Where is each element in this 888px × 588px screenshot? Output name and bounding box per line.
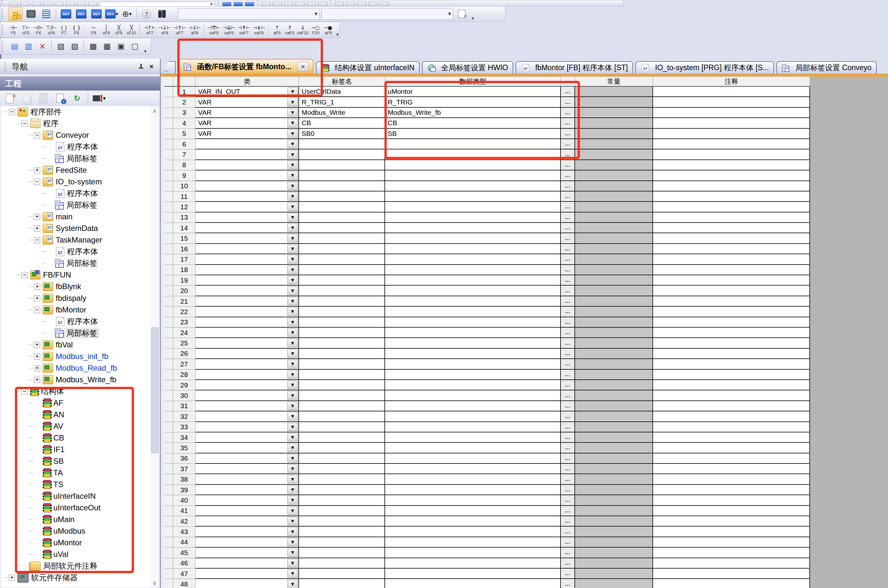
data-type-browse-button[interactable]: ... (561, 181, 575, 192)
collapse-icon[interactable]: − (34, 132, 40, 138)
tree-item-body[interactable]: fbVal (42, 340, 75, 350)
label-name-cell[interactable] (299, 485, 385, 495)
tree-item[interactable]: 局部标签 (1, 327, 159, 339)
expand-icon[interactable]: + (34, 377, 40, 383)
class-cell[interactable]: ▼ (195, 328, 299, 338)
comment-cell[interactable] (653, 453, 810, 464)
tree-item[interactable]: +SystemData (1, 222, 159, 234)
expand-icon[interactable]: + (34, 284, 40, 290)
expand-icon[interactable]: + (34, 342, 40, 348)
ladder-symbol-F6[interactable]: ⊣/⊢F6 (33, 23, 44, 36)
label-name-cell[interactable] (299, 411, 385, 422)
data-type-cell[interactable] (385, 516, 561, 526)
data-type-browse-button[interactable]: ... (561, 526, 575, 537)
toolbar-icon[interactable] (20, 2, 29, 6)
paste-row-icon[interactable]: ▦ (101, 40, 113, 53)
data-type-cell[interactable] (385, 223, 561, 233)
label-name-cell[interactable] (299, 139, 385, 149)
toolbar-icon[interactable] (296, 2, 305, 6)
label-name-cell[interactable] (299, 192, 385, 202)
label-name-cell[interactable] (299, 202, 385, 212)
data-type-browse-button[interactable]: ... (561, 265, 575, 275)
class-cell[interactable]: ▼ (195, 171, 299, 181)
ladder-symbol-F7[interactable]: ( )F7 (58, 23, 69, 36)
data-type-cell[interactable] (385, 181, 561, 192)
class-cell[interactable]: ▼ (195, 149, 299, 160)
ladder-symbol-sF7[interactable]: ⊣↑⊢sF7 (143, 23, 156, 36)
insert-row-icon[interactable]: ▧ (55, 40, 67, 53)
append-row-icon[interactable]: ▨ (69, 40, 81, 53)
toolbar-icon[interactable] (357, 2, 366, 6)
label-name-cell[interactable] (299, 432, 385, 443)
class-dropdown-icon[interactable]: ▼ (287, 108, 298, 117)
class-cell[interactable]: ▼ (195, 432, 299, 443)
tree-item[interactable]: 程序本体 (1, 141, 159, 153)
device-find-icon[interactable]: DEV (59, 8, 73, 20)
tree-item[interactable]: +软元件存储器 (1, 572, 159, 584)
tree-item-body[interactable]: main (42, 212, 74, 222)
tree-item-body[interactable]: 程序 (29, 118, 60, 129)
label-name-cell[interactable] (299, 349, 385, 359)
toolbar-icon[interactable] (77, 2, 86, 6)
tree-item-body[interactable]: 软元件存储器 (17, 572, 80, 583)
toolbar-icon[interactable] (54, 2, 63, 6)
tree-item[interactable]: −TaskManager (1, 234, 159, 246)
project-tree-toggle-icon[interactable] (8, 7, 23, 21)
class-cell[interactable]: ▼ (195, 233, 299, 243)
ladder-symbol-sF6[interactable]: ⊤/⊢sF6 (46, 23, 57, 36)
document-tab[interactable]: 全局标签设置 HWIO (422, 61, 513, 74)
class-cell[interactable]: VAR▼ (195, 129, 299, 139)
cross-reference-icon[interactable]: ⊕▼ (120, 8, 134, 20)
class-cell[interactable]: ▼ (195, 422, 299, 432)
toolbar-icon[interactable] (369, 2, 378, 6)
data-type-browse-button[interactable]: ... (561, 160, 575, 171)
ladder-symbol-saF8[interactable]: ⊣↡⊢saF8 (252, 23, 265, 36)
toolbar-icon[interactable] (346, 2, 355, 6)
ladder-symbol-F5[interactable]: ⊣⊢F5 (8, 23, 19, 36)
document-tab-hidden[interactable]: ... (161, 61, 176, 74)
data-type-cell[interactable] (385, 506, 561, 516)
label-name-cell[interactable] (299, 254, 385, 265)
tree-item[interactable]: 程序本体 (1, 188, 159, 199)
ladder-symbol-caF10[interactable]: ⇓caF10 (297, 23, 308, 36)
ladder-symbol-aF8[interactable]: ⊣⇓⊢aF8 (188, 23, 201, 36)
class-dropdown-icon[interactable]: ▼ (287, 569, 298, 578)
data-type-cell[interactable] (385, 202, 561, 212)
ladder-symbol-cF10[interactable]: ╳cF10 (126, 23, 137, 36)
data-type-browse-button[interactable]: ... (561, 286, 575, 296)
collapse-icon[interactable]: − (21, 121, 27, 127)
tree-item-body[interactable]: TaskManager (42, 235, 104, 245)
tree-item-body[interactable]: FB/FUN (29, 270, 73, 280)
delete-icon[interactable]: × (36, 40, 48, 53)
expand-icon[interactable]: + (34, 295, 40, 302)
tree-item[interactable]: −程序部件 (1, 106, 159, 118)
data-type-cell[interactable] (385, 307, 561, 317)
class-dropdown-icon[interactable]: ▼ (287, 98, 298, 106)
label-name-cell[interactable]: R_TRIG_1 (299, 97, 385, 107)
toolbar-icon[interactable] (32, 2, 41, 6)
tree-item-body[interactable]: Modbus_init_fb (42, 352, 110, 361)
class-cell[interactable]: VAR▼ (195, 97, 299, 107)
tree-item[interactable]: −Conveyor (1, 129, 159, 141)
label-name-cell[interactable] (299, 380, 385, 390)
class-cell[interactable]: ▼ (195, 401, 299, 411)
comment-cell[interactable] (653, 537, 810, 548)
data-type-cell[interactable] (385, 453, 561, 464)
toolbar-overflow-icon[interactable]: ▼ (336, 22, 340, 38)
label-name-cell[interactable] (299, 223, 385, 233)
toolbar-icon[interactable] (9, 2, 18, 6)
class-cell[interactable]: ▼ (195, 516, 299, 526)
comment-cell[interactable] (653, 108, 810, 118)
data-type-cell[interactable] (385, 548, 561, 558)
tree-item-body[interactable]: 程序本体 (55, 141, 100, 152)
class-dropdown-icon[interactable]: ▼ (287, 307, 298, 316)
comment-cell[interactable] (653, 579, 810, 588)
comment-cell[interactable] (653, 275, 810, 286)
tree-item[interactable]: −fbMontor (1, 304, 159, 316)
comment-cell[interactable] (653, 411, 810, 422)
class-dropdown-icon[interactable]: ▼ (287, 286, 298, 295)
data-type-browse-button[interactable]: ... (561, 192, 575, 202)
class-cell[interactable]: ▼ (195, 380, 299, 390)
class-dropdown-icon[interactable]: ▼ (287, 360, 298, 368)
data-type-cell[interactable] (385, 370, 561, 380)
